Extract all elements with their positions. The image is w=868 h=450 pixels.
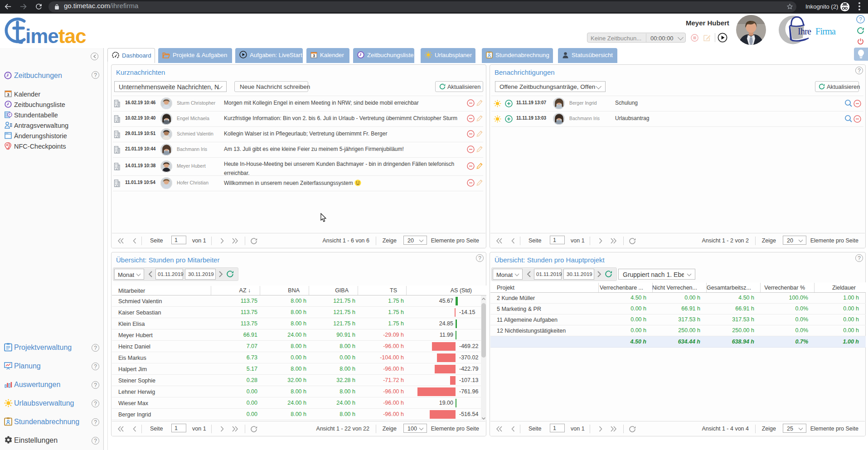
svg-text:3: 3 bbox=[313, 53, 315, 58]
svg-text:Ihre: Ihre bbox=[798, 26, 811, 36]
svg-text:Firma: Firma bbox=[815, 26, 836, 36]
svg-text:imetac: imetac bbox=[25, 25, 86, 46]
svg-text:?: ? bbox=[859, 16, 862, 23]
svg-text:3: 3 bbox=[7, 92, 9, 97]
